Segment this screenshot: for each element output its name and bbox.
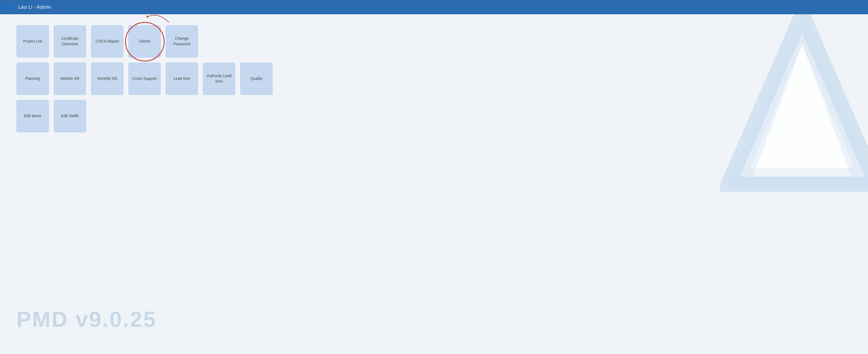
tile-weekly-sr[interactable]: Weekly SR bbox=[54, 63, 86, 95]
app-header: 👤 Leo Li - Admin bbox=[0, 0, 868, 14]
tile-edit-items[interactable]: Edit Items bbox=[17, 100, 49, 132]
tile-edit-staffs[interactable]: Edit Staffs bbox=[54, 100, 86, 132]
tile-authority-lead-time[interactable]: Authority Lead time bbox=[203, 63, 235, 95]
header-title: Leo Li - Admin bbox=[19, 4, 51, 10]
tile-cnca-report[interactable]: CNCA Report bbox=[91, 25, 123, 58]
tile-certificate-overview[interactable]: Certificate Overview bbox=[54, 25, 86, 58]
version-watermark: PMD v9.0.25 bbox=[17, 307, 157, 332]
main-content: Project List Certificate Overview CNCA R… bbox=[0, 14, 868, 354]
tile-quality[interactable]: Quality bbox=[240, 63, 273, 95]
clients-annotation-wrapper: Clients 客户信息管理 bbox=[128, 25, 161, 58]
svg-rect-4 bbox=[728, 176, 868, 187]
tile-cross-support[interactable]: Cross Support bbox=[128, 63, 161, 95]
user-icon: 👤 bbox=[8, 4, 14, 10]
annotation-arrow bbox=[125, 14, 175, 25]
svg-marker-5 bbox=[147, 16, 149, 18]
tile-row-1: Project List Certificate Overview CNCA R… bbox=[17, 25, 851, 58]
tile-monthly-sr[interactable]: Monthly SR bbox=[91, 63, 123, 95]
tile-clients[interactable]: Clients bbox=[128, 25, 161, 58]
tile-lead-time[interactable]: Lead time bbox=[166, 63, 198, 95]
tile-row-3: Edit Items Edit Staffs bbox=[17, 100, 851, 132]
tile-row-2: Planning Weekly SR Monthly SR Cross Supp… bbox=[17, 63, 851, 95]
tile-planning[interactable]: Planning bbox=[17, 63, 49, 95]
tile-project-list[interactable]: Project List bbox=[17, 25, 49, 58]
tile-change-password[interactable]: Change Password bbox=[166, 25, 198, 58]
